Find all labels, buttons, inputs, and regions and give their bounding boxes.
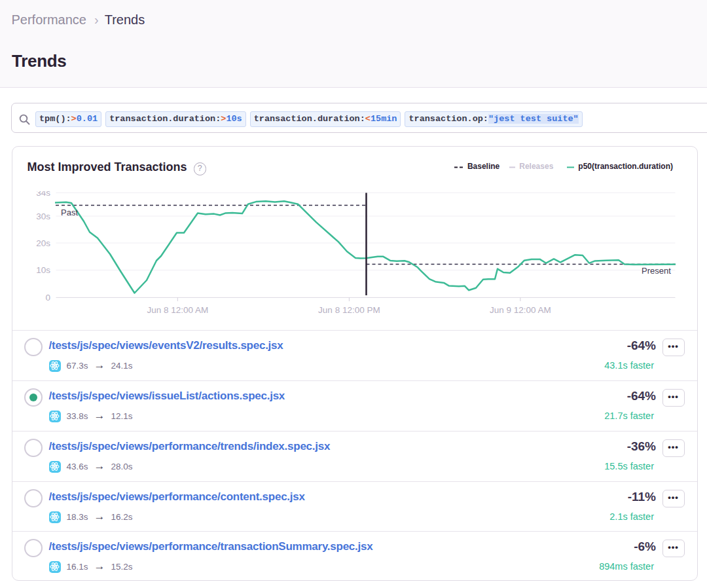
svg-text:Jun 8 12:00 AM: Jun 8 12:00 AM [147, 305, 208, 315]
svg-text:0: 0 [45, 293, 50, 303]
svg-text:30s: 30s [36, 211, 50, 221]
svg-text:Present: Present [642, 266, 671, 276]
svg-text:Jun 8 12:00 PM: Jun 8 12:00 PM [318, 305, 380, 315]
svg-text:20s: 20s [36, 238, 50, 248]
svg-text:10s: 10s [36, 265, 50, 275]
svg-text:Past: Past [61, 208, 78, 217]
svg-text:Jun 9 12:00 AM: Jun 9 12:00 AM [490, 305, 551, 315]
